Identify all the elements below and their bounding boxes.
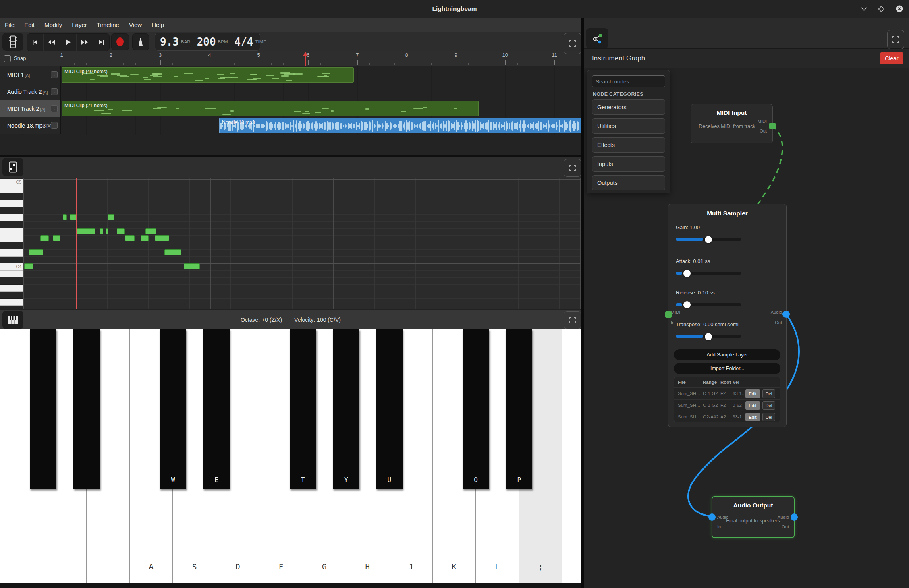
midi-note[interactable]: [40, 235, 49, 241]
menu-item-edit[interactable]: Edit: [24, 21, 35, 28]
timeline-expand-button[interactable]: [564, 33, 581, 54]
midi-note[interactable]: [117, 228, 125, 234]
clear-graph-button[interactable]: Clear: [880, 52, 903, 64]
play-button[interactable]: [60, 34, 77, 51]
skip-to-end-button[interactable]: [93, 34, 109, 51]
midi-note[interactable]: [100, 228, 103, 234]
category-generators[interactable]: Generators: [592, 99, 665, 115]
edit-sample-button[interactable]: Edit: [745, 401, 760, 410]
midi-note[interactable]: [76, 228, 95, 234]
roll-key-a3[interactable]: [0, 285, 23, 292]
track-label-cell[interactable]: MIDI Track 2[A]-: [0, 100, 61, 117]
minimize-icon[interactable]: [861, 6, 867, 12]
slider-thumb[interactable]: [683, 270, 691, 277]
black-key[interactable]: [73, 329, 100, 489]
add-sample-layer-button[interactable]: Add Sample Layer: [674, 349, 780, 360]
roll-key-cs4[interactable]: [0, 257, 23, 264]
skip-to-start-button[interactable]: [27, 34, 44, 51]
record-button[interactable]: [111, 33, 129, 50]
roll-key-g3[interactable]: [0, 299, 23, 306]
midi-out-port[interactable]: [769, 123, 776, 129]
black-key-t[interactable]: T: [290, 329, 316, 489]
track-label-cell[interactable]: Audio Track 2[A]-: [0, 83, 61, 100]
roll-key-b3[interactable]: [0, 271, 23, 278]
piano-roll-panel-button[interactable]: [2, 158, 23, 176]
midi-note[interactable]: [125, 235, 135, 241]
time-signature-value[interactable]: 4/4: [235, 36, 253, 48]
param-slider[interactable]: [676, 303, 741, 306]
keyboard-panel-button[interactable]: [2, 311, 23, 329]
midi-note[interactable]: [155, 235, 169, 241]
keyboard-expand-button[interactable]: [564, 311, 581, 329]
graph-panel-button[interactable]: [586, 28, 608, 48]
midi-note[interactable]: [70, 214, 77, 220]
close-icon[interactable]: [895, 5, 903, 13]
roll-key-d4[interactable]: [0, 249, 23, 257]
roll-key-as4[interactable]: [0, 193, 23, 200]
category-inputs[interactable]: Inputs: [592, 156, 665, 172]
search-input[interactable]: [592, 75, 665, 87]
midi-note[interactable]: [164, 249, 181, 255]
bar-value[interactable]: 9.3: [160, 36, 179, 48]
audio-in-port[interactable]: [708, 513, 716, 521]
midi-note[interactable]: [108, 214, 114, 220]
metronome-button[interactable]: [132, 33, 149, 50]
audio-out-port[interactable]: [791, 513, 798, 521]
roll-key-gs4[interactable]: [0, 207, 23, 214]
black-key-e[interactable]: E: [203, 329, 230, 489]
roll-key-a4[interactable]: [0, 200, 23, 207]
roll-key-c4[interactable]: C4: [0, 263, 23, 271]
delete-sample-button[interactable]: Del: [762, 389, 775, 398]
menu-item-modify[interactable]: Modify: [44, 21, 62, 28]
black-key[interactable]: [30, 329, 56, 489]
midi-note[interactable]: [29, 249, 43, 255]
roll-key-fs4[interactable]: [0, 221, 23, 228]
menu-item-view[interactable]: View: [129, 21, 142, 28]
timeline-ruler[interactable]: Snap 1234567891011: [0, 51, 581, 66]
roll-key-b4[interactable]: [0, 186, 23, 193]
param-slider[interactable]: [676, 335, 741, 338]
graph-expand-button[interactable]: [887, 30, 904, 49]
fast-forward-button[interactable]: [77, 34, 93, 51]
audio-clip[interactable]: Noodle 18.mp3: [219, 118, 581, 133]
param-slider[interactable]: [676, 238, 741, 241]
menu-item-help[interactable]: Help: [152, 21, 164, 28]
param-slider[interactable]: [676, 272, 741, 275]
roll-key-e4[interactable]: [0, 235, 23, 242]
midi-note[interactable]: [141, 235, 149, 241]
black-key-y[interactable]: Y: [333, 329, 359, 489]
bpm-value[interactable]: 200: [197, 36, 216, 48]
track-collapse-button[interactable]: -: [51, 122, 58, 129]
delete-sample-button[interactable]: Del: [762, 401, 775, 410]
category-utilities[interactable]: Utilities: [592, 118, 665, 134]
category-effects[interactable]: Effects: [592, 137, 665, 153]
delete-sample-button[interactable]: Del: [762, 413, 775, 421]
slider-thumb[interactable]: [705, 333, 712, 340]
audio-output-node[interactable]: Audio Output Final output to speakers Au…: [712, 496, 795, 538]
midi-clip[interactable]: MIDI Clip (40 notes): [62, 67, 354, 83]
roll-key-gs3[interactable]: [0, 292, 23, 299]
timeline-panel-button[interactable]: [2, 33, 23, 51]
midi-note[interactable]: [184, 263, 200, 269]
black-key-p[interactable]: P: [506, 329, 532, 489]
midi-input-node[interactable]: MIDI Input Receives MIDI from track MIDI…: [691, 104, 773, 143]
roll-key-c5[interactable]: C5: [0, 179, 23, 186]
track-lanes[interactable]: MIDI 1[A]-Audio Track 2[A]-MIDI Track 2[…: [0, 66, 581, 135]
audio-out-port[interactable]: [782, 311, 790, 318]
track-collapse-button[interactable]: -: [51, 71, 58, 78]
track-collapse-button[interactable]: -: [51, 105, 58, 112]
midi-note[interactable]: [106, 228, 108, 234]
roll-key-f4[interactable]: [0, 228, 23, 236]
white-key[interactable]: [562, 329, 581, 583]
roll-key-g4[interactable]: [0, 214, 23, 222]
black-key-w[interactable]: W: [160, 329, 186, 489]
roll-key-ds4[interactable]: [0, 242, 23, 250]
piano-roll-expand-button[interactable]: [564, 159, 581, 177]
track-label-cell[interactable]: MIDI 1[A]-: [0, 66, 61, 83]
import-folder-button[interactable]: Import Folder...: [674, 363, 780, 374]
track-label-cell[interactable]: Noodle 18.mp3[A]-: [0, 117, 61, 134]
black-key-o[interactable]: O: [463, 329, 489, 489]
midi-note[interactable]: [24, 263, 33, 269]
category-outputs[interactable]: Outputs: [592, 175, 665, 190]
multi-sampler-node[interactable]: Multi Sampler MIDI In Audio Out Add Samp…: [668, 204, 787, 427]
